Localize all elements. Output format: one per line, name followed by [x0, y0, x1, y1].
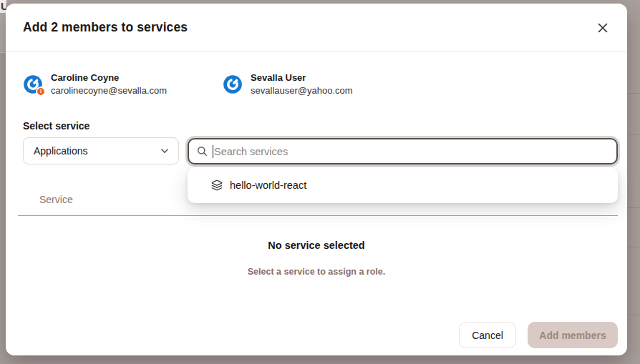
select-service-label: Select service — [23, 120, 89, 132]
text-cursor — [213, 145, 213, 158]
empty-state: No service selected Select a service to … — [6, 240, 627, 277]
member-name: Caroline Coyne — [51, 72, 167, 83]
close-button[interactable] — [593, 18, 613, 38]
avatar — [223, 74, 243, 94]
member-info: Sevalla User sevallauser@yahoo.com — [251, 72, 353, 96]
add-members-modal: Add 2 members to services ! Caroline Coy… — [6, 4, 627, 355]
member-info: Caroline Coyne carolinecoyne@sevalla.com — [51, 72, 167, 96]
service-type-selected-value: Applications — [34, 145, 88, 157]
chevron-down-icon — [160, 146, 170, 156]
member-item: ! Caroline Coyne carolinecoyne@sevalla.c… — [23, 72, 167, 96]
search-services-box[interactable] — [188, 138, 618, 164]
service-column-header: Service — [39, 194, 73, 205]
member-email: carolinecoyne@sevalla.com — [51, 85, 167, 96]
avatar: ! — [23, 74, 43, 94]
warning-badge: ! — [36, 87, 46, 97]
close-icon — [598, 23, 608, 33]
add-members-button[interactable]: Add members — [528, 322, 618, 348]
background-right-sliver — [627, 0, 640, 364]
search-results-dropdown: hello-world-react — [188, 167, 618, 203]
member-list: ! Caroline Coyne carolinecoyne@sevalla.c… — [23, 72, 353, 96]
modal-header: Add 2 members to services — [6, 4, 627, 52]
search-services-input[interactable] — [214, 146, 609, 157]
member-name: Sevalla User — [251, 72, 353, 83]
search-icon — [197, 146, 208, 157]
empty-state-subtitle: Select a service to assign a role. — [6, 267, 627, 277]
modal-footer: Cancel Add members — [459, 322, 618, 348]
search-result-label: hello-world-react — [230, 179, 306, 191]
cancel-button[interactable]: Cancel — [459, 322, 516, 348]
service-type-dropdown[interactable]: Applications — [23, 137, 179, 164]
member-email: sevallauser@yahoo.com — [251, 85, 353, 96]
sevalla-logo-icon — [223, 74, 243, 94]
table-divider — [18, 215, 618, 216]
modal-title: Add 2 members to services — [23, 20, 188, 35]
empty-state-title: No service selected — [6, 240, 627, 251]
member-item: Sevalla User sevallauser@yahoo.com — [223, 72, 353, 96]
stack-icon — [211, 179, 223, 191]
search-result-item[interactable]: hello-world-react — [188, 167, 618, 203]
